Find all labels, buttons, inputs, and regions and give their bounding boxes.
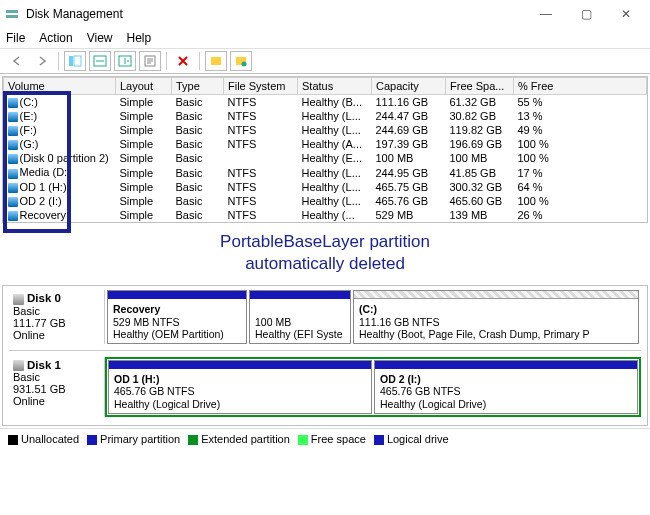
action-button-3[interactable] [205, 51, 227, 71]
table-row[interactable]: (E:)SimpleBasicNTFSHealthy (L...244.47 G… [4, 109, 647, 123]
legend-unalloc-icon [8, 435, 18, 445]
disk0-part-c[interactable]: (C:)111.16 GB NTFSHealthy (Boot, Page Fi… [353, 290, 639, 344]
svg-rect-7 [211, 57, 221, 65]
table-row[interactable]: OD 2 (I:)SimpleBasicNTFSHealthy (L...465… [4, 194, 647, 208]
app-icon [4, 6, 20, 22]
legend-logical-icon [374, 435, 384, 445]
table-row[interactable]: (C:)SimpleBasicNTFSHealthy (B...111.16 G… [4, 95, 647, 110]
table-row[interactable]: RecoverySimpleBasicNTFSHealthy (...529 M… [4, 208, 647, 222]
volume-icon [8, 169, 18, 179]
col-capacity[interactable]: Capacity [372, 78, 446, 95]
maximize-button[interactable]: ▢ [566, 2, 606, 26]
disk1-extended: OD 1 (H:)465.76 GB NTFSHealthy (Logical … [105, 357, 641, 417]
window-title: Disk Management [26, 7, 526, 21]
volume-table[interactable]: Volume Layout Type File System Status Ca… [3, 77, 647, 222]
menu-file[interactable]: File [6, 31, 25, 45]
menu-help[interactable]: Help [127, 31, 152, 45]
col-volume[interactable]: Volume [4, 78, 116, 95]
col-free[interactable]: Free Spa... [446, 78, 514, 95]
delete-button[interactable] [172, 51, 194, 71]
disk0-part-recovery[interactable]: Recovery529 MB NTFSHealthy (OEM Partitio… [107, 290, 247, 344]
col-layout[interactable]: Layout [116, 78, 172, 95]
col-pctfree[interactable]: % Free [514, 78, 647, 95]
minimize-button[interactable]: — [526, 2, 566, 26]
col-fs[interactable]: File System [224, 78, 298, 95]
menu-action[interactable]: Action [39, 31, 72, 45]
disk1-label: Disk 1 Basic 931.51 GB Online [9, 357, 105, 417]
volume-icon [8, 183, 18, 193]
volume-icon [8, 154, 18, 164]
properties-button[interactable] [139, 51, 161, 71]
legend-extended-icon [188, 435, 198, 445]
back-button[interactable] [6, 51, 28, 71]
table-row[interactable]: Media (D:)SimpleBasicNTFSHealthy (L...24… [4, 165, 647, 179]
table-row[interactable]: (Disk 0 partition 2)SimpleBasicHealthy (… [4, 151, 647, 165]
disk-icon [13, 294, 24, 305]
col-status[interactable]: Status [298, 78, 372, 95]
close-button[interactable]: ✕ [606, 2, 646, 26]
table-row[interactable]: (G:)SimpleBasicNTFSHealthy (A...197.39 G… [4, 137, 647, 151]
disk-graphic-pane: Disk 0 Basic 111.77 GB Online Recovery52… [2, 285, 648, 426]
disk0-label: Disk 0 Basic 111.77 GB Online [9, 290, 105, 344]
svg-rect-0 [6, 10, 18, 13]
action-button-4[interactable] [230, 51, 252, 71]
show-hide-button[interactable] [64, 51, 86, 71]
volume-icon [8, 112, 18, 122]
volume-icon [8, 126, 18, 136]
volume-icon [8, 98, 18, 108]
volume-icon [8, 197, 18, 207]
disk0-row[interactable]: Disk 0 Basic 111.77 GB Online Recovery52… [9, 290, 641, 344]
menubar: File Action View Help [0, 28, 650, 48]
forward-button[interactable] [31, 51, 53, 71]
legend: Unallocated Primary partition Extended p… [0, 428, 650, 449]
table-row[interactable]: OD 1 (H:)SimpleBasicNTFSHealthy (L...465… [4, 180, 647, 194]
action-button-2[interactable] [114, 51, 136, 71]
menu-view[interactable]: View [87, 31, 113, 45]
disk1-part-h[interactable]: OD 1 (H:)465.76 GB NTFSHealthy (Logical … [108, 360, 372, 414]
titlebar: Disk Management — ▢ ✕ [0, 0, 650, 28]
legend-primary-icon [87, 435, 97, 445]
table-row[interactable]: (F:)SimpleBasicNTFSHealthy (L...244.69 G… [4, 123, 647, 137]
disk1-part-i[interactable]: OD 2 (I:)465.76 GB NTFSHealthy (Logical … [374, 360, 638, 414]
svg-point-9 [242, 62, 247, 67]
disk1-row[interactable]: Disk 1 Basic 931.51 GB Online OD 1 (H:)4… [9, 357, 641, 417]
svg-rect-2 [69, 56, 73, 66]
svg-rect-1 [6, 15, 18, 18]
disk-icon [13, 360, 24, 371]
toolbar [0, 48, 650, 74]
volume-icon [8, 211, 18, 221]
volume-list-pane: Volume Layout Type File System Status Ca… [2, 76, 648, 223]
volume-icon [8, 140, 18, 150]
col-type[interactable]: Type [172, 78, 224, 95]
disk0-part-efi[interactable]: 100 MBHealthy (EFI Syste [249, 290, 351, 344]
svg-rect-3 [74, 56, 81, 66]
annotation-text: PortableBaseLayer partition automaticall… [0, 225, 650, 283]
legend-free-icon [298, 435, 308, 445]
action-button-1[interactable] [89, 51, 111, 71]
